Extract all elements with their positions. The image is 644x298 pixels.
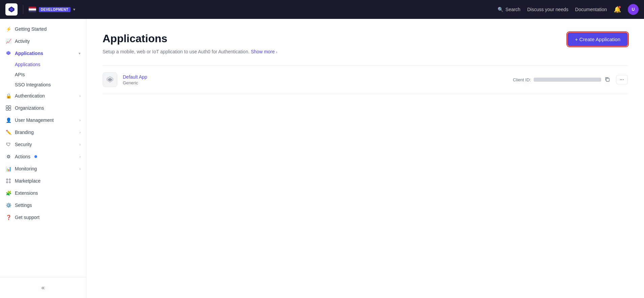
page-header: Applications + Create Application [103,32,628,46]
sidebar-item-getting-started[interactable]: ⚡ Getting Started [0,23,86,35]
sidebar-item-organizations[interactable]: Organizations [0,102,86,114]
chevron-icon: ▾ [79,51,81,56]
sidebar-item-label: Settings [15,202,32,208]
notification-dot [618,6,621,8]
chart-line-icon: 📈 [5,38,11,44]
sidebar-item-user-management[interactable]: 👤 User Management › [0,114,86,126]
sidebar-item-security[interactable]: 🛡 Security › [0,138,86,151]
top-navigation: DEVELOPMENT ▾ 🔍 Search Discuss your need… [0,0,644,19]
sidebar-item-applications[interactable]: Applications ▾ [0,47,86,59]
application-list: Default App Generic Client ID: ··· [103,65,628,94]
svg-point-6 [6,182,8,183]
subitem-applications[interactable]: Applications [15,59,86,70]
sidebar-item-label: Extensions [15,190,38,196]
lightning-icon: ⚡ [5,26,11,32]
svg-point-7 [9,182,10,183]
main-layout: ⚡ Getting Started 📈 Activity Application… [0,19,644,298]
pen-icon: ✏️ [5,129,11,135]
more-options-button[interactable]: ··· [616,75,628,84]
environment-badge: DEVELOPMENT [39,7,71,12]
sidebar-item-get-support[interactable]: ❓ Get support [0,211,86,223]
documentation-link[interactable]: Documentation [575,7,607,12]
ellipsis-icon: ··· [620,77,624,83]
sidebar-item-label: Applications [15,51,43,56]
sidebar-item-branding[interactable]: ✏️ Branding › [0,126,86,138]
sidebar-item-activity[interactable]: 📈 Activity [0,35,86,47]
show-more-link[interactable]: Show more [251,49,275,54]
chevron-icon: › [79,167,81,171]
page-subtitle: Setup a mobile, web or IoT application t… [103,49,628,54]
search-button[interactable]: 🔍 Search [498,7,520,12]
svg-rect-0 [6,106,8,108]
app-icon [103,72,117,87]
tenant-selector[interactable]: DEVELOPMENT ▾ [29,7,75,12]
logo[interactable] [5,3,18,16]
sidebar-item-monitoring[interactable]: 📊 Monitoring › [0,163,86,175]
flag-icon [29,7,36,12]
nav-divider [23,5,23,14]
sidebar-bottom: « [0,277,86,298]
client-id-label: Client ID: [513,77,531,82]
sidebar-item-label: Monitoring [15,166,37,171]
sidebar-item-label: Branding [15,130,34,135]
sidebar-item-label: Authentication [15,93,45,99]
sidebar-item-label: Marketplace [15,178,40,184]
grid-icon [5,105,11,111]
discuss-needs-link[interactable]: Discuss your needs [527,7,568,12]
app-info: Default App Generic [123,74,507,85]
svg-rect-3 [9,108,11,110]
search-icon: 🔍 [498,7,503,12]
marketplace-icon [5,178,11,184]
layers-icon [5,50,11,56]
svg-point-5 [9,179,10,180]
chevron-right-icon: › [276,50,277,54]
puzzle-icon: 🧩 [5,190,11,196]
sidebar: ⚡ Getting Started 📈 Activity Application… [0,19,86,298]
collapse-sidebar-button[interactable]: « [0,281,86,294]
svg-rect-1 [9,106,11,108]
zap-icon: ⚙ [5,154,11,160]
client-id-container: Client ID: [513,76,610,84]
actions-dot [34,155,37,158]
sidebar-item-label: Get support [15,215,39,220]
subitem-sso-integrations[interactable]: SSO Integrations [15,80,86,90]
sidebar-item-label: Getting Started [15,26,47,32]
copy-client-id-button[interactable] [604,76,611,84]
main-content: Applications + Create Application Setup … [86,19,644,298]
chevron-icon: › [79,155,81,159]
subtitle-text: Setup a mobile, web or IoT application t… [103,49,250,54]
sidebar-item-authentication[interactable]: 🔒 Authentication › [0,90,86,102]
chevron-down-icon: ▾ [73,7,75,12]
app-name[interactable]: Default App [123,74,507,80]
copy-icon [605,77,610,82]
sidebar-item-marketplace[interactable]: Marketplace [0,175,86,187]
notifications-button[interactable]: 🔔 [614,6,621,13]
sidebar-item-label: Activity [15,38,30,44]
sidebar-item-settings[interactable]: ⚙️ Settings [0,199,86,211]
sidebar-item-label: Actions [15,154,30,159]
chevron-icon: › [79,130,81,134]
nav-right: 🔍 Search Discuss your needs Documentatio… [498,4,639,15]
sidebar-item-label: Security [15,142,32,147]
sidebar-item-extensions[interactable]: 🧩 Extensions [0,187,86,199]
chevron-icon: › [79,142,81,146]
shield-icon: 🛡 [5,141,11,147]
sidebar-scroll: ⚡ Getting Started 📈 Activity Application… [0,19,86,277]
svg-point-4 [6,179,8,180]
subitem-apis[interactable]: APIs [15,70,86,80]
client-id-value [534,78,601,82]
search-label: Search [505,7,520,12]
gear-icon: ⚙️ [5,202,11,208]
create-application-button[interactable]: + Create Application [567,32,628,46]
chevron-icon: › [79,94,81,98]
lock-icon: 🔒 [5,93,11,99]
sidebar-item-actions[interactable]: ⚙ Actions › [0,151,86,163]
svg-rect-8 [606,78,609,81]
help-circle-icon: ❓ [5,214,11,220]
avatar[interactable]: U [628,4,639,15]
user-icon: 👤 [5,117,11,123]
bar-chart-icon: 📊 [5,166,11,172]
sidebar-item-label: Organizations [15,105,44,111]
sidebar-item-label: User Management [15,117,54,123]
app-type: Generic [123,80,507,85]
